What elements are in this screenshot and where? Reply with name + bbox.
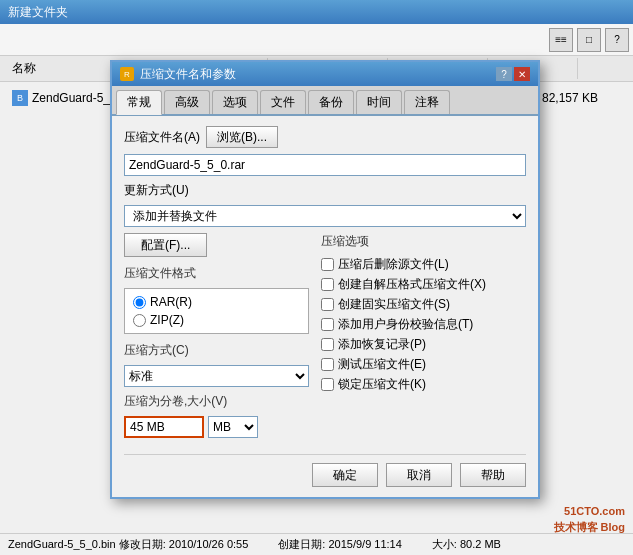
compress-mode-label: 压缩方式(C)	[124, 342, 309, 359]
two-col-layout: 配置(F)... 压缩文件格式 RAR(R) ZIP(Z) 压缩方式(C)	[124, 233, 526, 442]
status-item-info: ZendGuard-5_5_0.bin 修改日期: 2010/10/26 0:5…	[8, 537, 248, 552]
options-section-title: 压缩选项	[321, 233, 526, 250]
update-label: 更新方式(U)	[124, 182, 189, 199]
tab-bar: 常规 高级 选项 文件 备份 时间 注释	[112, 86, 538, 116]
tab-advanced[interactable]: 高级	[164, 90, 210, 114]
tab-normal[interactable]: 常规	[116, 90, 162, 115]
status-size: 大小: 80.2 MB	[432, 537, 501, 552]
config-button[interactable]: 配置(F)...	[124, 233, 207, 257]
help-icon[interactable]: ?	[605, 28, 629, 52]
option-recovery-checkbox[interactable]	[321, 338, 334, 351]
option-delete-source-checkbox[interactable]	[321, 258, 334, 271]
status-bar: ZendGuard-5_5_0.bin 修改日期: 2010/10/26 0:5…	[0, 533, 633, 555]
option-lock-checkbox[interactable]	[321, 378, 334, 391]
dialog-body: 压缩文件名(A) 浏览(B)... 更新方式(U) 添加并替换文件 配置(F).…	[112, 116, 538, 497]
split-unit-select[interactable]: MB KB GB	[208, 416, 258, 438]
option-sfx[interactable]: 创建自解压格式压缩文件(X)	[321, 276, 526, 293]
split-input[interactable]	[124, 416, 204, 438]
view-icon[interactable]: ≡≡	[549, 28, 573, 52]
split-label: 压缩为分卷,大小(V)	[124, 393, 309, 410]
format-rar-option[interactable]: RAR(R)	[133, 295, 300, 309]
update-select[interactable]: 添加并替换文件	[124, 205, 526, 227]
rar-icon: R	[120, 67, 134, 81]
option-auth-label: 添加用户身份校验信息(T)	[338, 316, 473, 333]
dialog-title-left: R 压缩文件名和参数	[120, 66, 236, 83]
watermark: 51CTO.com 技术博客 Blog	[554, 504, 626, 535]
option-test-checkbox[interactable]	[321, 358, 334, 371]
update-row: 更新方式(U)	[124, 182, 526, 199]
options-checkbox-list: 压缩后删除源文件(L) 创建自解压格式压缩文件(X) 创建固实压缩文件(S) 添…	[321, 256, 526, 393]
dialog-titlebar: R 压缩文件名和参数 ? ✕	[112, 62, 538, 86]
tab-options[interactable]: 选项	[212, 90, 258, 114]
explorer-toolbar: ≡≡ □ ?	[0, 24, 633, 56]
right-column: 压缩选项 压缩后删除源文件(L) 创建自解压格式压缩文件(X) 创建固实压缩文件…	[321, 233, 526, 442]
option-sfx-label: 创建自解压格式压缩文件(X)	[338, 276, 486, 293]
dialog-buttons: 确定 取消 帮助	[124, 454, 526, 487]
option-lock[interactable]: 锁定压缩文件(K)	[321, 376, 526, 393]
format-zip-option[interactable]: ZIP(Z)	[133, 313, 300, 327]
filename-label: 压缩文件名(A)	[124, 129, 200, 146]
option-test-label: 测试压缩文件(E)	[338, 356, 426, 373]
format-rar-radio[interactable]	[133, 296, 146, 309]
compress-mode-row: 标准	[124, 365, 309, 387]
option-delete-source[interactable]: 压缩后删除源文件(L)	[321, 256, 526, 273]
cancel-button[interactable]: 取消	[386, 463, 452, 487]
option-solid-checkbox[interactable]	[321, 298, 334, 311]
format-section-title: 压缩文件格式	[124, 265, 309, 282]
tab-backup[interactable]: 备份	[308, 90, 354, 114]
option-auth[interactable]: 添加用户身份校验信息(T)	[321, 316, 526, 333]
watermark-line1: 51CTO.com	[554, 504, 626, 519]
status-created: 创建日期: 2015/9/9 11:14	[278, 537, 402, 552]
option-recovery-label: 添加恢复记录(P)	[338, 336, 426, 353]
option-lock-label: 锁定压缩文件(K)	[338, 376, 426, 393]
ok-button[interactable]: 确定	[312, 463, 378, 487]
left-column: 配置(F)... 压缩文件格式 RAR(R) ZIP(Z) 压缩方式(C)	[124, 233, 309, 442]
tab-files[interactable]: 文件	[260, 90, 306, 114]
watermark-line2: 技术博客 Blog	[554, 520, 626, 535]
dialog-title-text: 压缩文件名和参数	[140, 66, 236, 83]
dialog-help-btn[interactable]: 帮助	[460, 463, 526, 487]
option-recovery[interactable]: 添加恢复记录(P)	[321, 336, 526, 353]
dialog-close-button[interactable]: ✕	[514, 67, 530, 81]
filename-input-row	[124, 154, 526, 176]
format-zip-radio[interactable]	[133, 314, 146, 327]
option-auth-checkbox[interactable]	[321, 318, 334, 331]
option-delete-source-label: 压缩后删除源文件(L)	[338, 256, 449, 273]
option-solid-label: 创建固实压缩文件(S)	[338, 296, 450, 313]
window-icon[interactable]: □	[577, 28, 601, 52]
browse-button[interactable]: 浏览(B)...	[206, 126, 278, 148]
format-radio-group: RAR(R) ZIP(Z)	[124, 288, 309, 334]
explorer-title: 新建文件夹	[8, 4, 68, 21]
toolbar-icons: ≡≡ □ ?	[549, 28, 629, 52]
format-rar-label: RAR(R)	[150, 295, 192, 309]
explorer-titlebar: 新建文件夹	[0, 0, 633, 24]
format-zip-label: ZIP(Z)	[150, 313, 184, 327]
tab-comment[interactable]: 注释	[404, 90, 450, 114]
filename-row: 压缩文件名(A) 浏览(B)...	[124, 126, 526, 148]
option-sfx-checkbox[interactable]	[321, 278, 334, 291]
compress-mode-select[interactable]: 标准	[124, 365, 309, 387]
option-solid[interactable]: 创建固实压缩文件(S)	[321, 296, 526, 313]
option-test[interactable]: 测试压缩文件(E)	[321, 356, 526, 373]
filename-input[interactable]	[124, 154, 526, 176]
update-select-row: 添加并替换文件	[124, 205, 526, 227]
split-row: MB KB GB	[124, 416, 309, 438]
dialog-help-button[interactable]: ?	[496, 67, 512, 81]
tab-time[interactable]: 时间	[356, 90, 402, 114]
file-icon: B	[12, 90, 28, 106]
dialog-title-buttons: ? ✕	[496, 67, 530, 81]
compress-dialog: R 压缩文件名和参数 ? ✕ 常规 高级 选项 文件 备份 时间 注释 压缩文件…	[110, 60, 540, 499]
